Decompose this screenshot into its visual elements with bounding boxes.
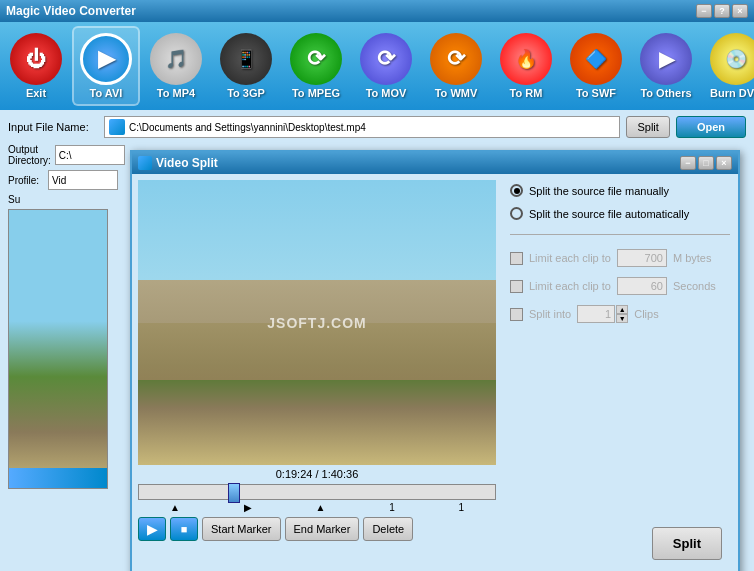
spinner-down[interactable]: ▼: [616, 314, 628, 323]
input-file-field[interactable]: C:\Documents and Settings\yannini\Deskto…: [104, 116, 620, 138]
to-avi-icon: ▶: [80, 33, 132, 85]
dialog-body: JSOFTJ.COM 0:19:24 / 1:40:36 ▲ ▶ ▲: [132, 174, 738, 571]
toolbar-to-swf-button[interactable]: 🔷 To SWF: [562, 26, 630, 106]
divider: [510, 234, 730, 235]
profile-input[interactable]: [48, 170, 118, 190]
manual-split-label: Split the source file manually: [529, 185, 669, 197]
end-marker-button[interactable]: End Marker: [285, 517, 360, 541]
close-button[interactable]: ×: [732, 4, 748, 18]
to-wmv-label: To WMV: [435, 87, 478, 99]
profile-label: Profile:: [8, 175, 44, 186]
clips-checkbox[interactable]: [510, 308, 523, 321]
dialog-title: Video Split: [156, 156, 218, 170]
mbytes-option: Limit each clip to M bytes: [510, 249, 730, 267]
to-rm-icon: 🔥: [500, 33, 552, 85]
seconds-checkbox[interactable]: [510, 280, 523, 293]
marker1-label: 1: [389, 502, 395, 513]
auto-split-label: Split the source file automatically: [529, 208, 689, 220]
toolbar: ⏻ Exit ▶ To AVI 🎵 To MP4 📱 To 3GP ⟳ To M…: [0, 22, 754, 110]
stop-button[interactable]: ■: [170, 517, 198, 541]
clips-option: Split into ▲ ▼ Clips: [510, 305, 730, 323]
video-frame: JSOFTJ.COM: [138, 180, 496, 465]
toolbar-to-rm-button[interactable]: 🔥 To RM: [492, 26, 560, 106]
manual-split-radio[interactable]: [510, 184, 523, 197]
profile-row: Profile:: [8, 170, 118, 190]
exit-label: Exit: [26, 87, 46, 99]
seconds-option: Limit each clip to Seconds: [510, 277, 730, 295]
mbytes-input[interactable]: [617, 249, 667, 267]
dialog-title-bar: Video Split − □ ×: [132, 152, 738, 174]
toolbar-to-mpeg-button[interactable]: ⟳ To MPEG: [282, 26, 350, 106]
preview-bottom-bar: [9, 468, 107, 488]
left-panel: Output Directory: Profile: Su: [8, 144, 118, 534]
timeline-slider[interactable]: [228, 483, 240, 503]
marker2-label: 1: [459, 502, 465, 513]
toolbar-to-3gp-button[interactable]: 📱 To 3GP: [212, 26, 280, 106]
delete-marker-button[interactable]: Delete: [363, 517, 413, 541]
manual-split-option: Split the source file manually: [510, 184, 730, 197]
minimize-button[interactable]: −: [696, 4, 712, 18]
dialog-minimize-button[interactable]: −: [680, 156, 696, 170]
clips-input[interactable]: [577, 305, 615, 323]
to-3gp-label: To 3GP: [227, 87, 265, 99]
open-button[interactable]: Open: [676, 116, 746, 138]
spinner-up[interactable]: ▲: [616, 305, 628, 314]
to-rm-label: To RM: [510, 87, 543, 99]
to-avi-label: To AVI: [90, 87, 123, 99]
toolbar-to-others-button[interactable]: ▶ To Others: [632, 26, 700, 106]
auto-split-option: Split the source file automatically: [510, 207, 730, 220]
dialog-maximize-button[interactable]: □: [698, 156, 714, 170]
summary-label: Su: [8, 194, 20, 205]
to-swf-icon: 🔷: [570, 33, 622, 85]
to-swf-label: To SWF: [576, 87, 616, 99]
to-mp4-label: To MP4: [157, 87, 195, 99]
seconds-label: Limit each clip to: [529, 280, 611, 292]
output-dir-row: Output Directory:: [8, 144, 118, 166]
seconds-unit: Seconds: [673, 280, 716, 292]
timeline-bar[interactable]: [138, 484, 496, 500]
burn-dvd-icon: 💿: [710, 33, 754, 85]
mbytes-unit: M bytes: [673, 252, 712, 264]
app-title: Magic Video Converter: [6, 4, 136, 18]
toolbar-to-wmv-button[interactable]: ⟳ To WMV: [422, 26, 490, 106]
to-3gp-icon: 📱: [220, 33, 272, 85]
toolbar-to-mov-button[interactable]: ⟳ To MOV: [352, 26, 420, 106]
content-area: Output Directory: Profile: Su Video Spli: [8, 144, 746, 534]
toolbar-to-avi-button[interactable]: ▶ To AVI: [72, 26, 140, 106]
video-preview-area: JSOFTJ.COM 0:19:24 / 1:40:36 ▲ ▶ ▲: [132, 174, 502, 571]
play-button[interactable]: ▶: [138, 517, 166, 541]
to-mpeg-icon: ⟳: [290, 33, 342, 85]
toolbar-burn-dvd-button[interactable]: 💿 Burn DVD: [702, 26, 754, 106]
split-button-area: Split: [510, 333, 730, 568]
dialog-close-button[interactable]: ×: [716, 156, 732, 170]
split-button[interactable]: Split: [626, 116, 669, 138]
file-icon: [109, 119, 125, 135]
start-marker-button[interactable]: Start Marker: [202, 517, 281, 541]
help-button[interactable]: ?: [714, 4, 730, 18]
dialog-split-button[interactable]: Split: [652, 527, 722, 560]
spinner-arrows: ▲ ▼: [616, 305, 628, 323]
input-file-label: Input File Name:: [8, 121, 98, 133]
mbytes-label: Limit each clip to: [529, 252, 611, 264]
output-dir-input[interactable]: [55, 145, 125, 165]
clips-spinner[interactable]: ▲ ▼: [577, 305, 628, 323]
clips-label: Split into: [529, 308, 571, 320]
to-mov-label: To MOV: [366, 87, 407, 99]
toolbar-exit-button[interactable]: ⏻ Exit: [2, 26, 70, 106]
main-area: Input File Name: C:\Documents and Settin…: [0, 110, 754, 571]
preview-box: [8, 209, 108, 489]
to-others-icon: ▶: [640, 33, 692, 85]
radio-filled-indicator: [514, 188, 520, 194]
to-wmv-icon: ⟳: [430, 33, 482, 85]
input-file-value: C:\Documents and Settings\yannini\Deskto…: [129, 122, 366, 133]
output-dir-label: Output Directory:: [8, 144, 51, 166]
options-panel: Split the source file manually Split the…: [502, 174, 738, 571]
to-mpeg-label: To MPEG: [292, 87, 340, 99]
to-mov-icon: ⟳: [360, 33, 412, 85]
toolbar-to-mp4-button[interactable]: 🎵 To MP4: [142, 26, 210, 106]
mbytes-checkbox[interactable]: [510, 252, 523, 265]
transport-controls: ▶ ■ Start Marker End Marker Delete: [138, 517, 496, 541]
auto-split-radio[interactable]: [510, 207, 523, 220]
timeline-area: ▲ ▶ ▲ 1 1: [138, 484, 496, 513]
seconds-input[interactable]: [617, 277, 667, 295]
